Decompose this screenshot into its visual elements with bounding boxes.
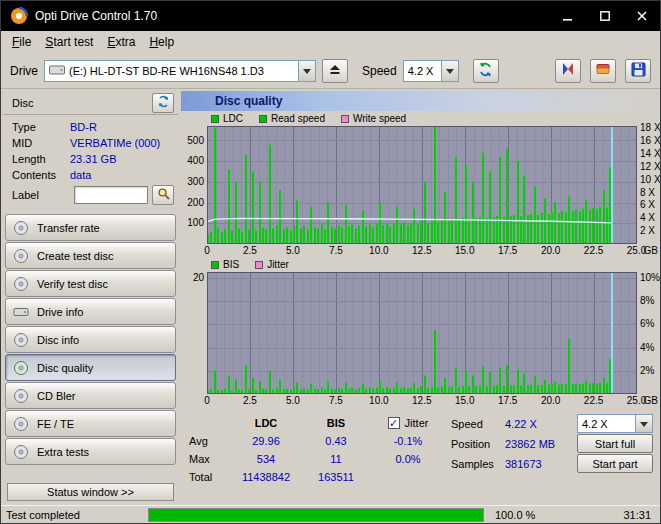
disc-mid-value: VERBATIMe (000) [70,137,160,149]
sidebar-item-cd-bler[interactable]: CD Bler [5,382,176,409]
refresh-speeds-button[interactable] [473,59,499,83]
axis-tick-label: 10.0 [369,245,388,256]
drive-select[interactable]: (E:) HL-DT-ST BD-RE WH16NS48 1.D3 [44,60,316,82]
label-input[interactable] [74,186,148,204]
info-row-type: Type BD-R [12,119,174,135]
test-speed-value: 4.2 X [582,418,608,430]
axis-tick-label: 2.5 [243,245,257,256]
start-full-button[interactable]: Start full [577,434,653,453]
speed-select[interactable]: 4.2 X [403,60,459,82]
sidebar-item-verify-test-disc[interactable]: Verify test disc [5,270,176,297]
legend-item: BIS [211,259,239,270]
sidebar-item-disc-quality[interactable]: Disc quality [5,354,176,381]
total-bis-value: 163511 [307,471,365,483]
test-speed-select[interactable]: 4.2 X [577,414,653,433]
info-row-length: Length 23.31 GB [12,151,174,167]
disc-mid-label: MID [12,137,70,149]
jitter-toggle: ✓ Jitter [365,417,451,429]
disc-type-value: BD-R [70,121,97,133]
sidebar-item-label: Disc quality [37,362,93,374]
axis-tick-label: 400 [187,156,204,166]
jitter-label: Jitter [405,417,429,429]
sidebar-item-drive-info[interactable]: Drive info [5,298,176,325]
axis-tick-label: 10% [640,273,660,283]
avg-row-label: Avg [189,435,225,447]
axis-tick-label: 15.0 [455,395,474,406]
sidebar-item-label: Transfer rate [37,222,100,234]
floppy-save-icon [631,62,646,80]
axis-tick-label: 20.0 [541,245,560,256]
disc-contents-value[interactable]: data [70,169,91,181]
sidebar-item-transfer-rate[interactable]: Transfer rate [5,214,176,241]
axis-tick-label: 16 X [640,136,661,146]
save-button[interactable] [625,59,651,83]
axis-tick-label: 7.5 [329,395,343,406]
disc-length-value: 23.31 GB [70,153,116,165]
verify-test-disc-icon [13,276,29,292]
sidebar-item-label: Disc info [37,334,79,346]
sidebar: Disc Type BD-R MID VERBATIMe (000) Lengt… [3,91,178,505]
axis-tick-label: 6 X [640,200,655,210]
menu-item-help[interactable]: Help [142,33,181,51]
axis-tick-label: 6% [640,319,654,329]
axis-tick-label: 12.5 [412,395,431,406]
chevron-down-icon[interactable] [635,415,652,432]
app-icon [10,7,28,25]
ldc-y-axis-right: 2 X4 X6 X8 X10 X12 X14 X16 X18 X [637,126,661,244]
axis-tick-label: 300 [187,177,204,187]
pinwheel-button[interactable] [555,59,581,83]
chevron-down-icon[interactable] [298,61,315,81]
eject-button[interactable] [322,59,348,83]
sidebar-item-fe-te[interactable]: FE / TE [5,410,176,437]
refresh-icon [478,62,493,80]
menu-item-file[interactable]: File [5,33,38,51]
eraser-icon [595,61,611,80]
sidebar-nav: Transfer rate Create test disc Verify te… [3,209,178,465]
sidebar-item-label: CD Bler [37,390,76,402]
maximize-button[interactable] [586,1,623,31]
eraser-button[interactable] [590,59,616,83]
speed-label: Speed [362,64,397,78]
start-part-button[interactable]: Start part [577,454,653,473]
minimize-button[interactable] [549,1,586,31]
sidebar-item-extra-tests[interactable]: Extra tests [5,438,176,465]
status-text: Test completed [4,509,145,521]
bis-column-header: BIS [307,417,365,429]
eject-icon [329,63,341,78]
sidebar-item-create-test-disc[interactable]: Create test disc [5,242,176,269]
sidebar-item-label: Verify test disc [37,278,108,290]
axis-tick-label: 4 X [640,213,655,223]
cd-bler-icon [13,388,29,404]
axis-tick-label: 5.0 [286,395,300,406]
menu-item-extra[interactable]: Extra [100,33,142,51]
disc-length-label: Length [12,153,70,165]
jitter-checkbox[interactable]: ✓ [388,417,400,429]
position-stat-label: Position [451,438,505,450]
close-button[interactable] [623,1,660,31]
axis-tick-label: 5.0 [286,245,300,256]
refresh-disc-button[interactable] [152,93,174,113]
sidebar-item-disc-info[interactable]: Disc info [5,326,176,353]
axis-tick-label: 17.5 [498,245,517,256]
jitter-swatch [255,261,263,269]
elapsed-time: 31:31 [615,509,657,521]
status-window-button[interactable]: Status window >> [7,483,174,501]
label-search-button[interactable] [152,185,174,205]
legend-item: Write speed [341,113,406,124]
panel-title: Disc quality [181,91,658,111]
axis-tick-label: 20.0 [541,395,560,406]
progress-percent: 100.0 % [487,509,545,521]
chevron-down-icon[interactable] [441,61,458,81]
total-ldc-value: 11438842 [225,471,307,483]
main-content: Disc Type BD-R MID VERBATIMe (000) Lengt… [1,89,660,505]
axis-tick-label: 10 X [640,175,661,185]
axis-tick-label: 25.0 [627,245,646,256]
avg-bis-value: 0.43 [307,435,365,447]
axis-tick-label: 4% [640,343,654,353]
total-row-label: Total [189,471,225,483]
error-stats-grid: LDC BIS ✓ Jitter Avg 29.96 0.43 -0.1% Ma… [189,414,451,505]
menu-item-start-test[interactable]: Start test [38,33,100,51]
speed-combo-value: 4.2 X [408,65,434,77]
window-controls [549,1,660,31]
axis-tick-label: 2.5 [243,395,257,406]
